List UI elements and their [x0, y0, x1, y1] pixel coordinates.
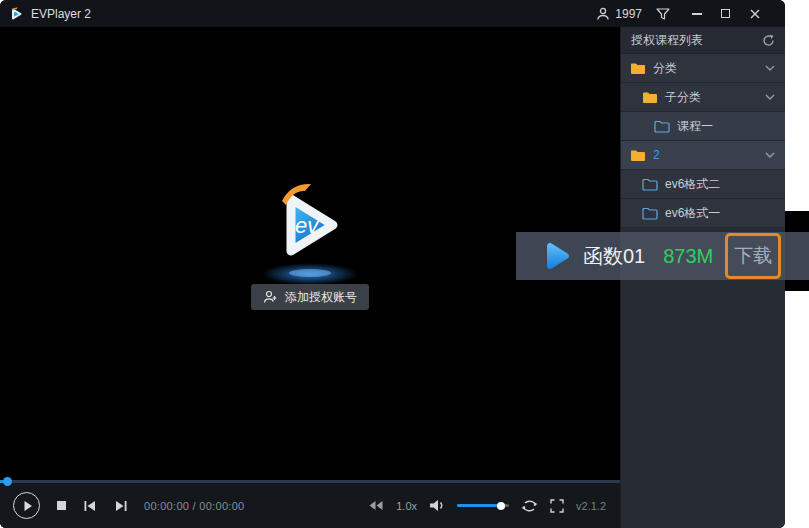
tree-item-label: ev6格式二	[665, 176, 720, 193]
folder-icon	[630, 149, 646, 162]
previous-button[interactable]	[83, 500, 97, 512]
course-file-size: 873M	[663, 245, 713, 268]
chevron-down-icon[interactable]	[765, 94, 775, 100]
course-folder-icon	[642, 207, 658, 220]
user-icon	[596, 7, 610, 21]
seek-bar[interactable]	[0, 480, 620, 483]
next-icon	[114, 500, 128, 512]
sidebar-header: 授权课程列表	[621, 27, 785, 54]
tree-item-label: 2	[653, 148, 660, 162]
stop-button[interactable]	[57, 501, 66, 510]
tree-item-label: ev6格式一	[665, 205, 720, 222]
app-title: EVPlayer 2	[31, 7, 91, 21]
control-bar: 00:00:00 / 00:00:00 1.0x	[0, 483, 620, 528]
maximize-icon	[721, 9, 730, 18]
tree-item-course-1[interactable]: 课程一	[621, 112, 785, 141]
overlay-play-icon[interactable]	[545, 241, 571, 271]
seek-handle[interactable]	[3, 477, 12, 486]
download-label: 下载	[734, 243, 772, 269]
tree-item-label: 子分类	[665, 89, 701, 106]
course-folder-icon	[642, 178, 658, 191]
fullscreen-button[interactable]	[550, 499, 564, 513]
folder-icon	[642, 91, 658, 104]
time-display: 00:00:00 / 00:00:00	[144, 500, 245, 512]
tree-item-ev6-format-2[interactable]: ev6格式二	[621, 170, 785, 199]
refresh-button[interactable]	[762, 34, 775, 47]
app-logo-icon	[8, 6, 24, 22]
maximize-button[interactable]	[711, 0, 740, 27]
play-button[interactable]	[13, 492, 40, 519]
chevron-down-icon[interactable]	[765, 65, 775, 71]
volume-button[interactable]	[429, 499, 445, 512]
close-button[interactable]	[740, 0, 769, 27]
filter-icon	[656, 8, 670, 20]
evplayer-logo: ev	[255, 175, 365, 301]
controls-right: 1.0x	[368, 499, 620, 513]
tree-item-label: 分类	[653, 60, 677, 77]
play-icon	[23, 500, 33, 512]
tree-item-ev6-format-1[interactable]: ev6格式一	[621, 199, 785, 228]
chevron-down-icon[interactable]	[765, 152, 775, 158]
screen: { "titlebar": { "app_title": "EVPlayer 2…	[0, 0, 809, 528]
volume-fill	[457, 504, 501, 507]
download-button[interactable]: 下载	[725, 233, 781, 279]
add-account-button[interactable]: 添加授权账号	[251, 284, 369, 310]
add-account-label: 添加授权账号	[285, 289, 357, 306]
previous-icon	[83, 500, 97, 512]
tree-item-subcategory[interactable]: 子分类	[621, 83, 785, 112]
username: 1997	[615, 7, 642, 21]
close-icon	[750, 9, 760, 19]
stop-icon	[57, 501, 66, 510]
tree-item-2[interactable]: 2	[621, 141, 785, 170]
playback-speed[interactable]: 1.0x	[396, 500, 417, 512]
tree-item-label: 课程一	[677, 118, 713, 135]
next-button[interactable]	[114, 500, 128, 512]
course-item-overlay[interactable]: 函数01 873M 下载	[516, 232, 809, 280]
tree-item-category[interactable]: 分类	[621, 54, 785, 83]
minimize-icon	[692, 13, 702, 15]
titlebar-right: 1997	[596, 0, 769, 27]
filter-button[interactable]	[656, 8, 670, 20]
add-user-icon	[263, 290, 278, 304]
folder-icon	[630, 62, 646, 75]
speed-down-button[interactable]	[368, 500, 384, 511]
version-label: v2.1.2	[576, 500, 606, 512]
course-title: 函数01	[583, 243, 645, 270]
course-folder-icon	[654, 120, 670, 133]
minimize-button[interactable]	[682, 0, 711, 27]
volume-handle[interactable]	[497, 502, 505, 510]
titlebar: EVPlayer 2 1997	[0, 0, 785, 27]
logo-text: ev	[295, 213, 320, 238]
account-button[interactable]: 1997	[596, 7, 642, 21]
volume-slider[interactable]	[457, 504, 509, 507]
loop-button[interactable]	[521, 499, 538, 513]
sidebar-title: 授权课程列表	[631, 32, 703, 49]
